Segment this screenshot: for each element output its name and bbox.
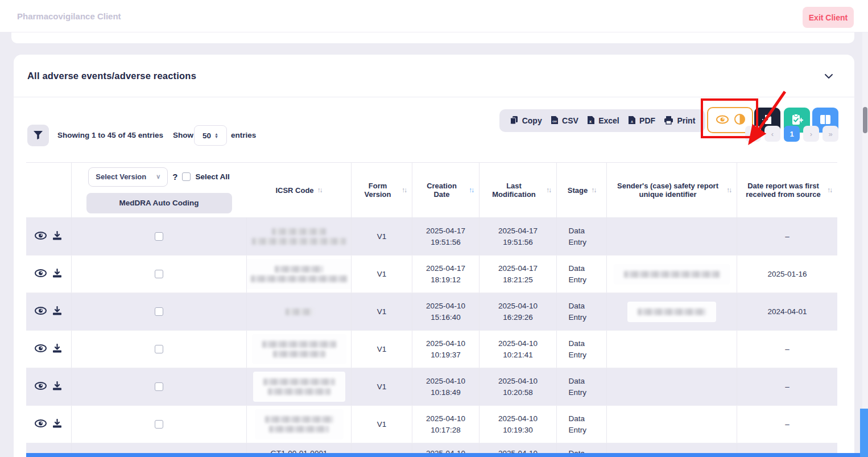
- eye-icon: [35, 269, 47, 279]
- last-modification-cell: 2025-04-1010:21:41: [479, 331, 556, 368]
- date-first-received-cell: 2024-04-01: [737, 293, 837, 330]
- vertical-scrollbar-thumb[interactable]: [863, 107, 867, 133]
- download-row-button[interactable]: [52, 306, 62, 317]
- column-header-1[interactable]: Form Version↑↓: [351, 163, 412, 217]
- column-header-5[interactable]: Sender's (case) safety report unique ide…: [606, 163, 737, 217]
- view-row-button[interactable]: [35, 419, 47, 430]
- view-row-button[interactable]: [35, 231, 47, 242]
- sort-icon: ↑↓: [591, 186, 596, 194]
- row-actions: [26, 218, 71, 255]
- download-icon: [52, 231, 62, 242]
- date-first-received-cell: –: [737, 368, 837, 405]
- column-header-3[interactable]: Last Modification↑↓: [479, 163, 556, 217]
- last-page-button[interactable]: »: [822, 126, 838, 142]
- sender-identifier-cell: [606, 368, 737, 405]
- last-modification-cell: 2025-04-1719:51:56: [479, 218, 556, 255]
- table-row: V12025-04-1719:51:562025-04-1719:51:56Da…: [26, 218, 837, 256]
- row-checkbox[interactable]: [155, 382, 163, 391]
- download-row-button[interactable]: [52, 269, 62, 279]
- icsr-code-cell: [246, 331, 351, 368]
- print-button[interactable]: Print: [664, 116, 695, 126]
- form-version-cell: V1: [351, 218, 412, 255]
- redacted-text: [614, 264, 730, 285]
- sort-icon: ↑↓: [726, 186, 731, 194]
- column-header-2[interactable]: Creation Date↑↓: [412, 163, 479, 217]
- svg-text:x: x: [589, 119, 592, 123]
- svg-text:csv: csv: [552, 120, 557, 123]
- select-version-dropdown[interactable]: Select Version ∨: [88, 167, 168, 187]
- copy-button[interactable]: Copy: [510, 116, 542, 126]
- row-checkbox[interactable]: [155, 270, 163, 278]
- excel-file-icon: x: [587, 116, 595, 126]
- column-label: Stage: [568, 186, 588, 195]
- column-header-6[interactable]: Date report was first received from sour…: [737, 163, 837, 217]
- prev-page-button[interactable]: ‹: [764, 126, 780, 142]
- stage-cell: Data Entry: [556, 293, 606, 330]
- csv-file-icon: csv: [551, 116, 559, 126]
- view-row-button[interactable]: [35, 269, 47, 279]
- stage-cell: Data Entry: [556, 218, 606, 255]
- sender-identifier-cell: [606, 331, 737, 368]
- excel-button[interactable]: x Excel: [587, 116, 619, 126]
- eye-icon: [35, 419, 47, 430]
- previous-card-bottom: [11, 32, 854, 43]
- sort-icon: ↑↓: [546, 186, 551, 194]
- download-icon: [52, 306, 62, 317]
- download-icon: [52, 419, 62, 430]
- eye-icon: [716, 114, 729, 126]
- view-row-button[interactable]: [35, 381, 47, 392]
- select-all-checkbox[interactable]: [182, 172, 191, 181]
- view-row-button[interactable]: [35, 344, 47, 355]
- redacted-text: [255, 409, 344, 439]
- column-header-0[interactable]: ICSR Code↑↓: [246, 163, 351, 217]
- columns-icon: [820, 114, 831, 126]
- row-checkbox[interactable]: [155, 307, 163, 316]
- table-toolbar: Copy csv CSV x Excel A PDF Print: [14, 97, 854, 162]
- download-row-button[interactable]: [52, 231, 62, 242]
- first-page-button[interactable]: «: [745, 126, 761, 142]
- row-actions: [26, 256, 71, 293]
- creation-date-cell: 2025-04-1719:51:56: [412, 218, 479, 255]
- csv-button[interactable]: csv CSV: [551, 116, 578, 126]
- vertical-scrollbar-track[interactable]: [862, 32, 868, 457]
- row-checkbox[interactable]: [155, 232, 163, 241]
- column-header-4[interactable]: Stage↑↓: [556, 163, 606, 217]
- sender-identifier-cell: [606, 406, 737, 443]
- download-row-button[interactable]: [52, 381, 62, 392]
- download-icon: [52, 381, 62, 392]
- redacted-text: [252, 334, 346, 364]
- exit-client-button[interactable]: Exit Client: [803, 7, 854, 28]
- creation-date-cell: 2025-04-1010:19:37: [412, 331, 479, 368]
- copy-icon: [510, 116, 519, 126]
- table-row: V12025-04-1010:18:492025-04-1010:20:58Da…: [26, 368, 837, 406]
- redacted-text: [246, 259, 351, 289]
- top-bar: Pharmacovigilance Client Exit Client: [0, 0, 868, 32]
- row-checkbox-cell: [71, 218, 246, 255]
- view-row-button[interactable]: [35, 306, 47, 317]
- row-checkbox[interactable]: [155, 345, 163, 353]
- table-header-row: Select Version ∨ ? Select All MedDRA Aut…: [26, 162, 837, 218]
- column-label: Form Version: [357, 182, 398, 199]
- table-row: V12025-04-1010:17:282025-04-1010:19:30Da…: [26, 406, 837, 443]
- horizontal-scrollbar-thumb[interactable]: [26, 453, 860, 457]
- stage-cell: Data Entry: [556, 368, 606, 405]
- show-label: Show: [173, 131, 193, 139]
- row-actions: [26, 406, 71, 443]
- pdf-button[interactable]: A PDF: [628, 116, 655, 126]
- download-row-button[interactable]: [52, 344, 62, 355]
- next-page-button[interactable]: ›: [803, 126, 819, 142]
- row-checkbox-cell: [71, 406, 246, 443]
- filter-button[interactable]: [27, 125, 49, 146]
- meddra-auto-coding-button[interactable]: MedDRA Auto Coding: [86, 193, 232, 213]
- download-row-button[interactable]: [52, 419, 62, 430]
- export-button-group: Copy csv CSV x Excel A PDF Print: [499, 109, 705, 132]
- collapse-chevron-icon[interactable]: [821, 69, 836, 84]
- row-checkbox-cell: [71, 368, 246, 405]
- last-modification-cell: 2025-04-1016:29:26: [479, 293, 556, 330]
- form-version-cell: V1: [351, 406, 412, 443]
- row-checkbox[interactable]: [155, 420, 163, 429]
- current-page-button[interactable]: 1: [784, 126, 800, 142]
- contrast-icon: [734, 114, 745, 126]
- page-size-select[interactable]: 50 ▲▼: [194, 125, 227, 146]
- date-first-received-cell: 2025-01-16: [737, 256, 837, 293]
